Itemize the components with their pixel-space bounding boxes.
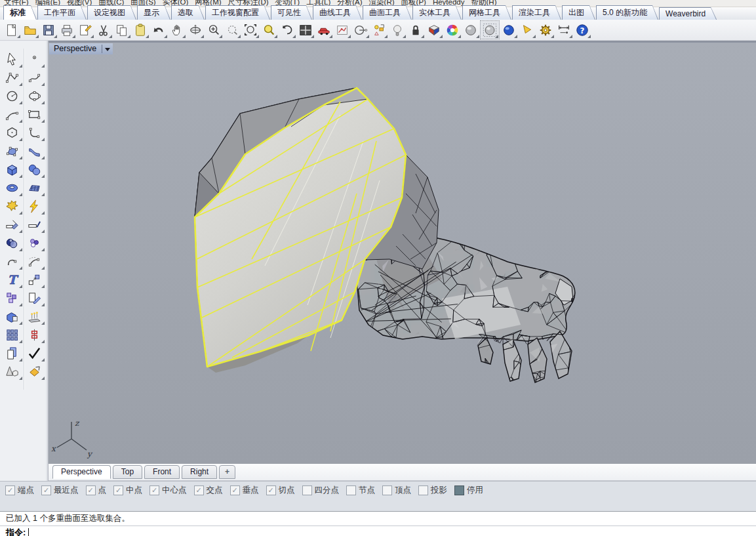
command-prompt[interactable]: 指令: [0, 526, 756, 536]
side-button-surface-from-points[interactable] [2, 142, 23, 160]
selected-polysurface[interactable] [195, 88, 406, 373]
toolbar-button-undo-view-change[interactable] [278, 21, 296, 39]
toolbar-button-save[interactable] [39, 21, 58, 39]
viewport-tab-right[interactable]: Right [182, 465, 217, 479]
side-button-point-cloud[interactable] [24, 234, 45, 252]
toolbar-tab-0[interactable]: 标准 [3, 5, 37, 20]
toolbar-button-display-modes[interactable] [425, 21, 443, 39]
side-button-fillet-curve[interactable] [24, 123, 45, 142]
side-button-split[interactable] [24, 215, 45, 234]
toolbar-button-zoom-in[interactable] [205, 21, 223, 39]
toolbar-button-cplane-world[interactable] [351, 21, 370, 39]
toolbar-button-shaded-view[interactable] [462, 21, 480, 39]
side-button-arc[interactable] [2, 105, 23, 123]
osnap-checkbox-4[interactable]: ✓ [149, 485, 159, 495]
side-button-layers[interactable] [2, 344, 23, 362]
toolbar-tab-4[interactable]: 选取 [171, 5, 205, 20]
toolbar-button-set-cplane[interactable] [333, 21, 351, 39]
toolbar-button-object-properties[interactable] [370, 21, 388, 39]
side-button-circle[interactable] [2, 87, 23, 105]
osnap-checkbox-2[interactable]: ✓ [86, 485, 96, 495]
toolbar-button-open-file[interactable] [21, 21, 39, 39]
side-button-rectangle[interactable] [24, 105, 45, 123]
side-button-polyline[interactable] [2, 68, 23, 87]
toolbar-tab-14[interactable]: Weaverbird [659, 7, 717, 20]
osnap-checkbox-6[interactable]: ✓ [230, 485, 240, 495]
side-button-extract-wireframe[interactable] [24, 197, 45, 215]
side-button-mesh-surface[interactable] [24, 178, 45, 197]
toolbar-button-cut[interactable] [94, 21, 113, 39]
side-button-curve-blend[interactable] [2, 252, 23, 270]
side-button-text-object[interactable]: T [2, 270, 23, 289]
side-button-trim[interactable] [2, 215, 23, 234]
side-button-rectangular-array[interactable] [2, 325, 23, 344]
toolbar-button-help[interactable]: ? [573, 21, 591, 39]
osnap-checkbox-0[interactable]: ✓ [5, 485, 15, 495]
toolbar-button-rotate-view[interactable] [186, 21, 205, 39]
toolbar-tab-1[interactable]: 工作平面 [37, 5, 87, 20]
side-button-box[interactable] [2, 160, 23, 178]
toolbar-tab-2[interactable]: 设定视图 [87, 5, 136, 20]
side-button-single-point[interactable] [24, 50, 45, 68]
toolbar-button-zoom-dynamic[interactable] [223, 21, 241, 39]
osnap-checkbox-9[interactable] [346, 485, 356, 495]
toolbar-button-new-document[interactable] [3, 21, 21, 39]
toolbar-button-options[interactable] [536, 21, 555, 39]
toolbar-button-named-views[interactable] [315, 21, 333, 39]
osnap-checkbox-11[interactable] [418, 485, 428, 495]
osnap-checkbox-1[interactable]: ✓ [41, 485, 51, 495]
toolbar-button-selection-filter[interactable] [518, 21, 536, 39]
side-button-cone[interactable] [2, 362, 23, 381]
toolbar-button-render[interactable] [500, 21, 518, 39]
toolbar-button-rendered-view[interactable] [480, 20, 500, 39]
toolbar-tab-6[interactable]: 可见性 [271, 5, 312, 20]
side-button-boolean-union-solid[interactable] [2, 307, 23, 325]
side-button-spotlights[interactable] [24, 307, 45, 325]
toolbar-tab-9[interactable]: 实体工具 [412, 5, 462, 20]
osnap-checkbox-12[interactable] [454, 485, 464, 495]
side-button-contour[interactable] [24, 325, 45, 344]
side-button-insert-block[interactable] [2, 289, 23, 307]
toolbar-button-viewport-layout[interactable] [296, 21, 315, 39]
side-button-extract-surface[interactable] [24, 362, 45, 381]
toolbar-button-paste[interactable] [131, 21, 149, 39]
toolbar-tab-12[interactable]: 出图 [562, 5, 595, 20]
side-button-polygon[interactable] [2, 123, 23, 142]
side-button-arc-blend[interactable] [24, 252, 45, 270]
osnap-checkbox-7[interactable]: ✓ [266, 485, 276, 495]
toolbar-button-copy[interactable] [113, 21, 131, 39]
toolbar-tab-11[interactable]: 渲染工具 [512, 5, 561, 20]
toolbar-tab-7[interactable]: 曲线工具 [313, 5, 362, 20]
osnap-checkbox-5[interactable]: ✓ [194, 485, 204, 495]
toolbar-button-pan[interactable] [168, 21, 186, 39]
osnap-checkbox-3[interactable]: ✓ [113, 485, 123, 495]
side-button-control-point-curve[interactable] [24, 68, 45, 87]
viewport-tab-perspective[interactable]: Perspective [52, 465, 111, 479]
toolbar-tab-8[interactable]: 曲面工具 [363, 5, 412, 20]
viewport-perspective[interactable]: Perspective [49, 41, 756, 464]
toolbar-tab-5[interactable]: 工作视窗配置 [205, 5, 270, 20]
toolbar-tab-3[interactable]: 显示 [137, 5, 170, 20]
side-button-ellipse[interactable] [24, 87, 45, 105]
side-button-duplicate-edge[interactable] [24, 289, 45, 307]
toolbar-button-zoom-extents[interactable] [241, 21, 260, 39]
side-button-move[interactable] [24, 270, 45, 289]
toolbar-button-lock[interactable] [407, 21, 425, 39]
side-button-torus[interactable] [2, 178, 23, 197]
side-button-explode[interactable] [2, 197, 23, 215]
toolbar-button-dimensions[interactable] [555, 21, 573, 39]
osnap-checkbox-10[interactable] [382, 485, 392, 495]
viewport-tab-top[interactable]: Top [113, 465, 142, 479]
new-viewport-tab[interactable]: + [219, 465, 235, 479]
osnap-checkbox-8[interactable] [302, 485, 312, 495]
side-button-select-arrow[interactable] [2, 50, 23, 68]
viewport-tab-front[interactable]: Front [144, 465, 180, 479]
side-button-boolean-difference[interactable] [2, 234, 23, 252]
toolbar-button-light-editor[interactable] [388, 21, 407, 39]
side-button-blend-surface[interactable] [24, 142, 45, 160]
toolbar-button-color-picker[interactable] [443, 21, 462, 39]
3d-model-canvas[interactable]: z x y [49, 43, 756, 464]
viewport-title[interactable]: Perspective [49, 43, 113, 54]
side-button-check-selection[interactable] [24, 344, 45, 362]
hand-mesh[interactable] [349, 236, 589, 398]
